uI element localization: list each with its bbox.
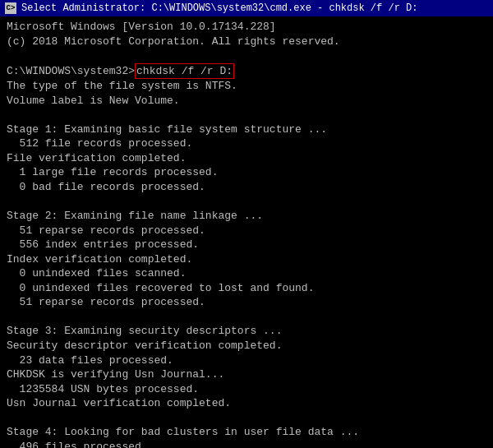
stage2-line4: 0 unindexed files scanned. <box>7 266 486 281</box>
stage2-line3: Index verification completed. <box>7 252 486 267</box>
prompt: C:\WINDOWS\system32> <box>7 64 135 79</box>
stage2-line5: 0 unindexed files recovered to lost and … <box>7 281 486 296</box>
header-line-2: (c) 2018 Microsoft Corporation. All righ… <box>7 35 486 49</box>
title-bar-icon: C> <box>5 2 16 14</box>
stage4-line1: 496 files processed. <box>7 440 486 448</box>
stage2-header: Stage 2: Examining file name linkage ... <box>7 209 486 224</box>
stage3-line5: Usn Journal verification completed. <box>7 396 486 411</box>
blank-line-1 <box>7 48 486 63</box>
stage3-header: Stage 3: Examining security descriptors … <box>7 324 486 339</box>
vol-label-line: Volume label is New Volume. <box>7 94 486 109</box>
stage3-line2: 23 data files processed. <box>7 353 486 368</box>
command-line: C:\WINDOWS\system32>chkdsk /f /r D: <box>7 63 486 80</box>
stage3-line3: CHKDSK is verifying Usn Journal... <box>7 367 486 382</box>
title-bar-text: Select Administrator: C:\WINDOWS\system3… <box>21 2 417 14</box>
stage1-line1: 512 file records processed. <box>7 136 486 151</box>
stage1-line4: 0 bad file records processed. <box>7 180 486 195</box>
stage3-line4: 1235584 USN bytes processed. <box>7 382 486 397</box>
stage1-header: Stage 1: Examining basic file system str… <box>7 122 486 137</box>
terminal: Microsoft Windows [Version 10.0.17134.22… <box>0 16 493 448</box>
stage4-header: Stage 4: Looking for bad clusters in use… <box>7 425 486 440</box>
stage1-line3: 1 large file records processed. <box>7 165 486 180</box>
title-bar: C> Select Administrator: C:\WINDOWS\syst… <box>0 0 493 16</box>
blank-line-5 <box>7 411 486 426</box>
blank-line-3 <box>7 195 486 210</box>
stage2-line6: 51 reparse records processed. <box>7 295 486 310</box>
stage2-line2: 556 index entries processed. <box>7 238 486 252</box>
stage1-line2: File verification completed. <box>7 151 486 166</box>
fs-type-line: The type of the file system is NTFS. <box>7 79 486 94</box>
header-line-1: Microsoft Windows [Version 10.0.17134.22… <box>7 20 486 35</box>
blank-line-4 <box>7 310 486 325</box>
command-highlight: chkdsk /f /r D: <box>135 63 234 80</box>
stage3-line1: Security descriptor verification complet… <box>7 339 486 353</box>
stage2-line1: 51 reparse records processed. <box>7 224 486 238</box>
blank-line-2 <box>7 108 486 122</box>
